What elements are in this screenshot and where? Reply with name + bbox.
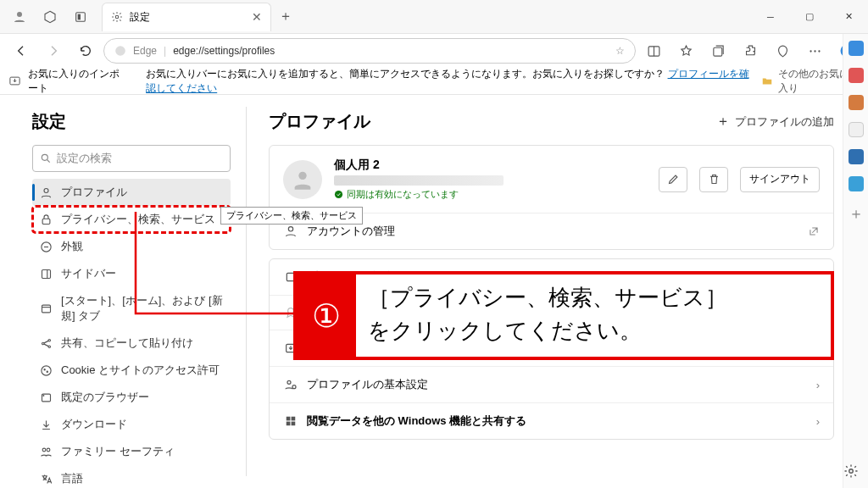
annotation-text: ［プライバシー、検索、サービス］をクリックしてください。 (356, 274, 831, 357)
annotation-callout: ① ［プライバシー、検索、サービス］をクリックしてください。 (293, 271, 834, 360)
annotation-leader-line (0, 0, 868, 488)
annotation-number: ① (297, 274, 356, 357)
